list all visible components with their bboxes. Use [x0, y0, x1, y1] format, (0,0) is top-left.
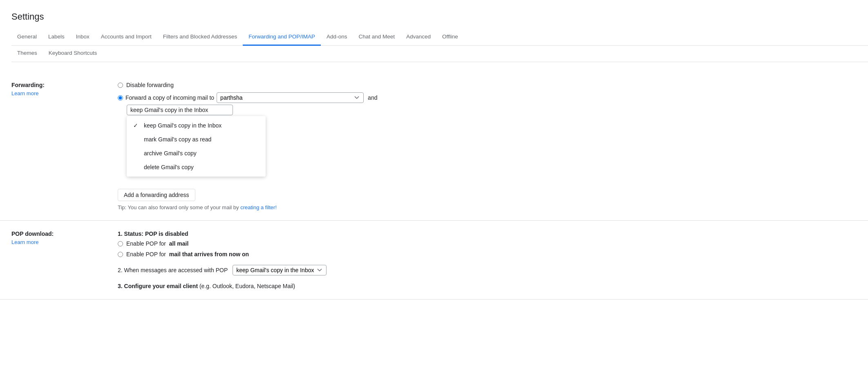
forwarding-section: Forwarding: Learn more Disable forwardin… [0, 72, 868, 221]
enable-forwarding-radio[interactable] [118, 95, 123, 101]
forwarding-label-area: Forwarding: Learn more [11, 82, 118, 210]
pop-all-radio[interactable] [118, 241, 123, 246]
forward-email-select[interactable]: parthsha [217, 92, 364, 103]
pop-when-section: 2. When messages are accessed with POP k… [118, 265, 857, 275]
forward-copy-row: Forward a copy of incoming mail to parth… [118, 92, 857, 103]
tabs-row-1: General Labels Inbox Accounts and Import… [11, 29, 868, 46]
tab-labels[interactable]: Labels [43, 29, 70, 46]
pop-now-row: Enable POP for mail that arrives from no… [118, 251, 857, 257]
pop-configure-section: 3. Configure your email client (e.g. Out… [118, 283, 857, 289]
pop-heading: POP download: [11, 230, 110, 237]
pop-all-label: Enable POP for all mail [126, 240, 188, 247]
tip-text: Tip: You can also forward only some of y… [118, 204, 239, 210]
tab-advanced[interactable]: Advanced [400, 29, 436, 46]
forward-copy-label: Forward a copy of incoming mail to [125, 94, 214, 101]
pop-label-area: POP download: Learn more [11, 230, 118, 289]
pop-configure-desc: (e.g. Outlook, Eudora, Netscape Mail) [199, 283, 295, 289]
tip-link[interactable]: creating a filter! [240, 204, 277, 210]
pop-content: 1. Status: POP is disabled Enable POP fo… [118, 230, 857, 289]
and-text: and [368, 94, 377, 101]
tabs-row-2: Themes Keyboard Shortcuts [11, 46, 868, 62]
pop-now-label: Enable POP for mail that arrives from no… [126, 251, 249, 257]
pop-now-radio[interactable] [118, 252, 123, 257]
forwarding-learn-more[interactable]: Learn more [11, 90, 38, 96]
tab-filters[interactable]: Filters and Blocked Addresses [157, 29, 243, 46]
tab-accounts[interactable]: Accounts and Import [95, 29, 157, 46]
dropdown-item-delete[interactable]: delete Gmail's copy [127, 160, 266, 174]
pop-configure-label: 3. Configure your email client [118, 283, 198, 289]
pop-status-line: 1. Status: POP is disabled [118, 230, 857, 237]
pop-when-label: 2. When messages are accessed with POP [118, 267, 228, 273]
action-dropdown-area: keep Gmail's copy in the Inbox keep Gmai… [127, 105, 857, 115]
pop-status-text: 1. Status: POP is disabled [118, 230, 188, 237]
pop-section: POP download: Learn more 1. Status: POP … [0, 221, 868, 300]
pop-when-select[interactable]: keep Gmail's copy in the Inboxmark Gmail… [233, 265, 327, 275]
page-title: Settings [11, 11, 868, 22]
tab-addons[interactable]: Add-ons [321, 29, 353, 46]
disable-forwarding-label: Disable forwarding [126, 82, 174, 88]
tab-inbox[interactable]: Inbox [70, 29, 95, 46]
tab-chat[interactable]: Chat and Meet [353, 29, 400, 46]
tab-forwarding[interactable]: Forwarding and POP/IMAP [243, 29, 321, 46]
pop-learn-more[interactable]: Learn more [11, 239, 38, 245]
tab-keyboard[interactable]: Keyboard Shortcuts [43, 46, 103, 62]
dropdown-item-keep[interactable]: keep Gmail's copy in the Inbox [127, 119, 266, 132]
dropdown-menu: keep Gmail's copy in the Inbox mark Gmai… [127, 116, 266, 177]
tab-themes[interactable]: Themes [11, 46, 43, 62]
disable-forwarding-radio[interactable] [118, 83, 123, 88]
pop-when-row: 2. When messages are accessed with POP k… [118, 265, 857, 275]
add-forwarding-area: Add a forwarding address [118, 189, 857, 201]
tab-general[interactable]: General [11, 29, 43, 46]
tab-offline[interactable]: Offline [436, 29, 464, 46]
tip-area: Tip: You can also forward only some of y… [118, 204, 857, 210]
add-forwarding-button[interactable]: Add a forwarding address [118, 189, 195, 201]
action-dropdown-wrapper: keep Gmail's copy in the Inbox keep Gmai… [127, 105, 233, 115]
pop-all-mail-row: Enable POP for all mail [118, 240, 857, 247]
dropdown-item-mark[interactable]: mark Gmail's copy as read [127, 132, 266, 146]
dropdown-item-archive[interactable]: archive Gmail's copy [127, 146, 266, 160]
forwarding-content: Disable forwarding Forward a copy of inc… [118, 82, 857, 210]
disable-forwarding-row: Disable forwarding [118, 82, 857, 88]
page-header: Settings General Labels Inbox Accounts a… [0, 0, 868, 62]
action-select-display[interactable]: keep Gmail's copy in the Inbox [127, 105, 233, 115]
forwarding-heading: Forwarding: [11, 82, 110, 88]
